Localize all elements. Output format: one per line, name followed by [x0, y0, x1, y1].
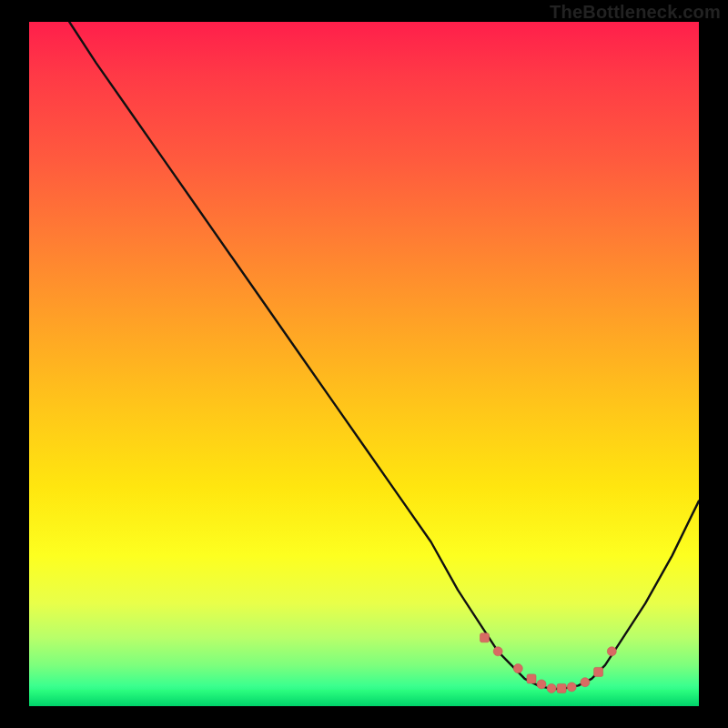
- marker-point: [581, 678, 590, 687]
- marker-point: [513, 664, 522, 673]
- chart-frame: TheBottleneck.com: [0, 0, 728, 728]
- curve-layer: [29, 22, 699, 706]
- marker-point: [493, 647, 502, 656]
- marker-group: [480, 633, 617, 693]
- watermark-text: TheBottleneck.com: [550, 2, 721, 23]
- plot-area: [29, 22, 699, 706]
- marker-point: [527, 674, 536, 683]
- marker-point: [547, 683, 556, 693]
- marker-point: [607, 647, 616, 656]
- marker-point: [557, 683, 566, 693]
- marker-point: [480, 633, 490, 642]
- marker-point: [537, 680, 546, 689]
- bottleneck-curve: [69, 22, 699, 689]
- marker-point: [594, 667, 603, 676]
- marker-point: [567, 682, 576, 692]
